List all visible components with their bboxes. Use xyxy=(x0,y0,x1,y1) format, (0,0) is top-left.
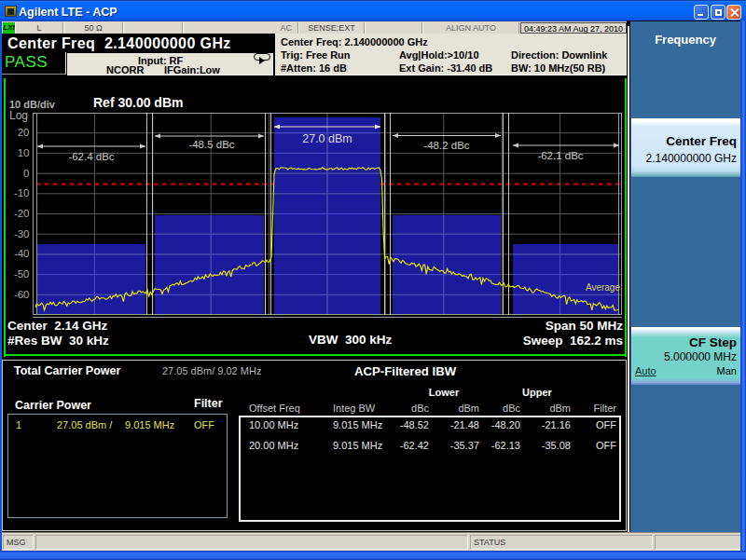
svg-text:20: 20 xyxy=(18,127,30,138)
svg-text:27.0 dBm: 27.0 dBm xyxy=(302,132,352,145)
svg-text:-50: -50 xyxy=(14,268,30,280)
svg-text:-40: -40 xyxy=(14,248,30,259)
svg-text:10: 10 xyxy=(18,147,30,158)
svg-text:-10: -10 xyxy=(14,187,30,198)
svg-text:0: 0 xyxy=(23,168,29,179)
svg-text:-30: -30 xyxy=(14,228,30,239)
svg-text:-60: -60 xyxy=(14,289,30,300)
svg-text:Average: Average xyxy=(586,282,621,293)
svg-text:-48.5 dBc: -48.5 dBc xyxy=(188,139,234,150)
svg-text:-20: -20 xyxy=(14,208,30,219)
svg-text:-48.2 dBc: -48.2 dBc xyxy=(423,140,469,151)
svg-text:-62.1 dBc: -62.1 dBc xyxy=(537,150,583,161)
svg-text:-62.4 dBc: -62.4 dBc xyxy=(68,151,114,162)
